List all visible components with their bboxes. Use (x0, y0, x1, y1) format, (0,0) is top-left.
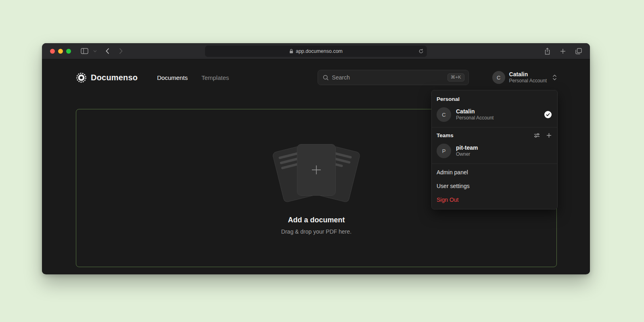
menu-divider (432, 163, 557, 164)
close-window-button[interactable] (50, 49, 55, 54)
new-tab-icon[interactable] (560, 48, 566, 54)
documenso-logo-icon (76, 72, 87, 83)
zoom-window-button[interactable] (66, 49, 71, 54)
account-menu: Personal C Catalin Personal Account Team… (431, 90, 558, 209)
main-nav: Documents Templates (157, 74, 229, 81)
refresh-icon[interactable] (418, 49, 424, 54)
menu-section-personal: Personal (432, 93, 557, 105)
manage-teams-icon[interactable] (534, 133, 540, 138)
menu-personal-account-item[interactable]: C Catalin Personal Account (432, 105, 557, 125)
url-text: app.documenso.com (296, 48, 343, 54)
search-bar[interactable]: ⌘+K (318, 70, 469, 85)
nav-templates[interactable]: Templates (201, 74, 229, 81)
menu-item-user-settings[interactable]: User settings (432, 179, 557, 193)
illustration-card-center (297, 144, 336, 196)
address-bar[interactable]: app.documenso.com (205, 46, 427, 57)
forward-button[interactable] (119, 48, 123, 54)
account-avatar: C (492, 71, 505, 84)
search-input[interactable] (332, 74, 444, 81)
account-menu-trigger[interactable]: C Catalin Personal Account (492, 71, 557, 84)
traffic-lights (50, 49, 71, 54)
share-icon[interactable] (544, 48, 550, 55)
dropzone-subtitle: Drag & drop your PDF here. (281, 228, 351, 235)
browser-toolbar: app.documenso.com (42, 43, 590, 59)
sidebar-toggle-icon[interactable] (81, 48, 88, 54)
menu-team-name: pit-team (456, 144, 552, 151)
app-content: Documenso Documents Templates ⌘+K C (42, 59, 590, 274)
tab-overview-icon[interactable] (575, 48, 582, 54)
menu-personal-avatar: C (437, 107, 451, 122)
browser-window: app.documenso.com (42, 43, 590, 274)
account-subtitle: Personal Account (509, 78, 547, 84)
add-team-icon[interactable] (546, 133, 552, 138)
sidebar-chevron-down-icon[interactable] (93, 50, 97, 52)
brand[interactable]: Documenso (76, 72, 138, 83)
menu-team-item[interactable]: P pit-team Owner (432, 141, 557, 162)
brand-name: Documenso (91, 73, 138, 82)
search-shortcut-badge: ⌘+K (447, 73, 464, 82)
menu-section-teams: Teams (437, 132, 534, 138)
plus-icon (310, 164, 322, 176)
menu-divider (432, 127, 557, 128)
menu-item-sign-out[interactable]: Sign Out (432, 193, 557, 207)
selected-check-icon (544, 111, 552, 118)
teams-header: Teams (432, 129, 557, 141)
lock-icon (289, 49, 293, 54)
account-name: Catalin (509, 71, 547, 78)
menu-personal-name: Catalin (456, 108, 539, 115)
nav-documents[interactable]: Documents (157, 74, 188, 81)
dropzone-title: Add a document (288, 216, 345, 224)
minimize-window-button[interactable] (58, 49, 63, 54)
search-icon (323, 75, 329, 81)
menu-team-avatar: P (437, 144, 451, 158)
menu-team-subtitle: Owner (456, 151, 552, 158)
chevron-up-down-icon (552, 74, 557, 81)
menu-item-admin-panel[interactable]: Admin panel (432, 165, 557, 179)
documents-illustration (272, 142, 361, 202)
back-button[interactable] (106, 48, 109, 54)
menu-personal-subtitle: Personal Account (456, 115, 539, 121)
